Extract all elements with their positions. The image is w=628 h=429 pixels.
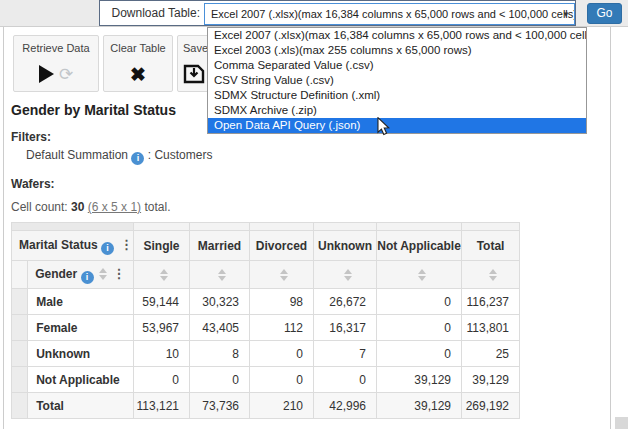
clear-table-button[interactable]: Clear Table ✖ xyxy=(103,35,173,92)
refresh-icon: ⟳ xyxy=(59,66,73,83)
filters-heading: Filters: xyxy=(11,130,51,144)
row-dimension-header-cell[interactable]: Gender i⋮ xyxy=(28,261,134,289)
cell-count-link[interactable]: (6 x 5 x 1) xyxy=(88,200,141,214)
data-cell: 7 xyxy=(314,341,377,367)
play-icon xyxy=(39,65,54,83)
row-label-cell: Unknown xyxy=(28,341,134,367)
spacer-cell xyxy=(250,223,314,231)
column-header-cell[interactable]: Married xyxy=(190,231,250,261)
download-bar: Download Table: Excel 2007 (.xlsx)(max 1… xyxy=(0,0,628,27)
column-header-cell[interactable]: Not Applicable xyxy=(377,231,462,261)
data-cell: 39,129 xyxy=(462,367,520,393)
data-cell: 16,317 xyxy=(314,315,377,341)
download-format-select[interactable]: Excel 2007 (.xlsx)(max 16,384 columns x … xyxy=(204,3,575,25)
sort-toggle[interactable] xyxy=(280,269,288,281)
sort-up-icon xyxy=(99,268,107,273)
clear-x-icon: ✖ xyxy=(130,65,146,84)
sort-down-icon xyxy=(489,276,497,281)
column-sort-cell xyxy=(250,261,314,289)
corner-header-label: Marital Status xyxy=(19,238,98,252)
sort-down-icon xyxy=(218,276,226,281)
dropdown-option[interactable]: Comma Separated Value (.csv) xyxy=(208,58,586,73)
kebab-menu-icon[interactable]: ⋮ xyxy=(120,237,133,252)
column-header-cell[interactable]: Divorced xyxy=(250,231,314,261)
sort-down-icon xyxy=(344,276,352,281)
data-cell: 39,129 xyxy=(377,393,462,419)
indent-cell xyxy=(12,261,28,289)
column-sort-cell xyxy=(377,261,462,289)
cell-count-prefix: Cell count: xyxy=(11,200,68,214)
corner-header-cell[interactable]: Marital Status i⋮ xyxy=(12,231,134,261)
sort-up-icon xyxy=(489,269,497,274)
dropdown-option[interactable]: Excel 2003 (.xls)(max 255 columns x 65,0… xyxy=(208,43,586,58)
table-row: Unknown10807025 xyxy=(12,341,520,367)
sort-toggle[interactable] xyxy=(418,269,426,281)
data-cell: 39,129 xyxy=(377,367,462,393)
row-label-cell: Male xyxy=(28,289,134,315)
dropdown-option[interactable]: SDMX Archive (.zip) xyxy=(208,103,586,118)
column-sort-cell xyxy=(314,261,377,289)
selected-format-text: Excel 2007 (.xlsx)(max 16,384 columns x … xyxy=(211,8,575,20)
sort-down-icon xyxy=(280,276,288,281)
data-cell: 0 xyxy=(314,367,377,393)
data-cell: 0 xyxy=(134,367,190,393)
data-cell: 112 xyxy=(250,315,314,341)
column-sort-cell xyxy=(462,261,520,289)
cell-count-suffix: total. xyxy=(144,200,170,214)
data-cell: 0 xyxy=(377,341,462,367)
sort-toggle[interactable] xyxy=(489,269,497,281)
dropdown-option[interactable]: Excel 2007 (.xlsx)(max 16,384 columns x … xyxy=(208,28,586,43)
info-icon[interactable]: i xyxy=(81,271,94,284)
sort-up-icon xyxy=(344,269,352,274)
sort-toggle[interactable] xyxy=(99,268,107,280)
sort-toggle[interactable] xyxy=(218,269,226,281)
cell-count-line: Cell count: 30 (6 x 5 x 1) total. xyxy=(11,200,170,214)
data-cell: 30,323 xyxy=(190,289,250,315)
data-cell: 0 xyxy=(377,315,462,341)
sort-down-icon xyxy=(418,276,426,281)
data-cell: 98 xyxy=(250,289,314,315)
sort-up-icon xyxy=(160,269,168,274)
dropdown-option[interactable]: Open Data API Query (.json) xyxy=(208,118,586,133)
info-icon[interactable]: i xyxy=(131,152,144,165)
data-cell: 0 xyxy=(190,367,250,393)
filter-line: Default Summation i : Customers xyxy=(26,148,212,165)
data-cell: 73,736 xyxy=(190,393,250,419)
column-header-cell[interactable]: Single xyxy=(134,231,190,261)
row-label-cell: Female xyxy=(28,315,134,341)
row-label-cell: Total xyxy=(28,393,134,419)
mouse-cursor-icon xyxy=(375,117,391,136)
download-table-label: Download Table: xyxy=(100,6,200,20)
column-header-cell[interactable]: Total xyxy=(462,231,520,261)
data-cell: 25 xyxy=(462,341,520,367)
data-cell: 113,801 xyxy=(462,315,520,341)
sort-down-icon xyxy=(99,275,107,280)
filter-separator: : xyxy=(148,148,151,162)
data-table: Marital Status i⋮SingleMarriedDivorcedUn… xyxy=(11,222,520,419)
column-header-row: Marital Status i⋮SingleMarriedDivorcedUn… xyxy=(12,231,520,261)
save-icon xyxy=(183,64,205,84)
dropdown-option[interactable]: CSV String Value (.csv) xyxy=(208,73,586,88)
retrieve-data-button[interactable]: Retrieve Data ⟳ xyxy=(13,35,99,92)
sort-toggle[interactable] xyxy=(160,269,168,281)
filter-value: Customers xyxy=(154,148,212,162)
sort-up-icon xyxy=(280,269,288,274)
info-icon[interactable]: i xyxy=(101,242,114,255)
scroll-corner xyxy=(615,417,628,429)
go-button[interactable]: Go xyxy=(587,3,622,24)
data-cell: 0 xyxy=(250,367,314,393)
kebab-menu-icon[interactable]: ⋮ xyxy=(113,266,126,281)
data-cell: 0 xyxy=(250,341,314,367)
table-row: Male59,14430,3239826,6720116,237 xyxy=(12,289,520,315)
indent-cell xyxy=(12,315,28,341)
sort-toggle[interactable] xyxy=(344,269,352,281)
column-header-cell[interactable]: Unknown xyxy=(314,231,377,261)
retrieve-data-label: Retrieve Data xyxy=(22,42,89,54)
data-cell: 10 xyxy=(134,341,190,367)
dropdown-option[interactable]: SDMX Structure Definition (.xml) xyxy=(208,88,586,103)
wafers-heading: Wafers: xyxy=(11,177,55,191)
sort-up-icon xyxy=(418,269,426,274)
data-cell: 43,405 xyxy=(190,315,250,341)
spacer-cell xyxy=(377,223,462,231)
indent-cell xyxy=(12,367,28,393)
